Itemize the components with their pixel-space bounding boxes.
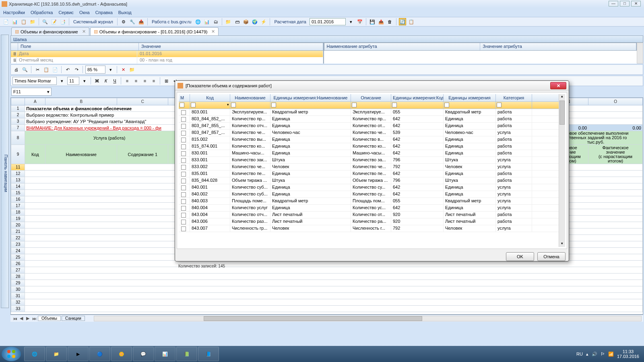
dialog-row[interactable]: 830.001Машино-часы... ЕдиницаМашино-часы… [179,150,559,157]
tool-icon[interactable]: 📤 [138,18,145,25]
dialog-row[interactable]: 803.001Эксплуатируем... Квадратный метрЭ… [179,109,559,116]
col-attr-val[interactable]: Значение атрибута [480,43,636,50]
tool-icon[interactable]: 📁 [29,18,36,25]
col-pole[interactable]: Поле [18,43,139,50]
taskbar-ie[interactable]: 🌐 [24,347,45,361]
tool-icon[interactable]: 📦 [242,18,250,25]
tool-icon[interactable]: 📋 [20,18,27,25]
tool-icon[interactable]: 📤 [378,18,385,25]
dropdown-icon[interactable]: ▾ [58,77,66,84]
grid-row[interactable]: ⊞ Дата 01.01.2016 [10,51,324,57]
menu-processing[interactable]: Обработка [31,10,53,15]
tool-icon[interactable]: 📝 [50,18,58,25]
dialog-row[interactable]: 803_847_857_...Количество че... Человеко… [179,130,559,136]
system-tray[interactable]: RU ▴ 🔊 🏳 📶 11:3317.03.2016 [576,349,642,359]
dialog-row[interactable]: 833.001Количество зак... ШтукаКоличество… [179,157,559,164]
dialog-row[interactable]: 840.003Площадь поме... Квадратный метрПл… [179,198,559,205]
tab-close-icon[interactable]: ✕ [211,29,215,34]
sheet-next-icon[interactable]: ▶ [25,316,31,321]
preview-icon[interactable]: 🔍 [21,66,29,73]
nav-panel[interactable]: Панель навигации [1,35,9,308]
vscroll[interactable] [637,43,643,64]
taskbar-explorer[interactable]: 📁 [46,347,67,361]
maximize-button[interactable]: □ [620,1,630,6]
dialog-row[interactable]: 803_847_855_...Количество отч... Единица… [179,123,559,130]
align-left-icon[interactable]: ≡ [124,77,131,84]
tool-icon[interactable]: 📊 [11,18,19,25]
cancel-icon[interactable]: ✕ [120,66,127,73]
sheet-tab-volumes[interactable]: Объемы [38,316,61,321]
tool-icon[interactable]: ⚡ [260,18,267,25]
dialog-row[interactable]: 833.002Количество че... ЧеловекКоличеств… [179,164,559,171]
expand-icon[interactable]: ⊞ [11,51,17,57]
calendar-icon[interactable]: ▾ [347,18,355,25]
tool-icon[interactable]: 🔧 [129,18,136,25]
grid-row[interactable]: ⊞ Отчетный месяц 00 - план на год [10,57,324,64]
tool-icon[interactable]: 🗂 [212,18,219,25]
merge-icon[interactable]: ⊞ [163,77,170,84]
bold-icon[interactable]: Ж [93,77,101,84]
sysjournal-label[interactable]: Системный журнал [73,19,113,24]
dialog-row[interactable]: 843.006Количество раз... Лист печатныйКо… [179,218,559,225]
tool-icon[interactable]: 🌍 [251,18,258,25]
col-header[interactable]: Наименование [230,94,270,101]
align-center-icon[interactable]: ≡ [132,77,140,84]
taskbar-word[interactable]: 📘 [198,347,219,361]
cancel-button[interactable]: Отмена [537,252,566,261]
tool-icon[interactable]: 🗃 [233,18,241,25]
tray-flag-icon[interactable]: 🏳 [601,352,605,356]
zoom-input[interactable] [85,66,105,74]
dialog-close-button[interactable]: ✕ [550,82,566,89]
menu-settings[interactable]: Настройки [3,10,25,15]
copy-icon[interactable]: 📋 [43,66,50,73]
folder-icon[interactable]: 📁 [128,66,136,73]
lang-indicator[interactable]: RU [576,352,583,356]
tray-sound-icon[interactable]: 🔊 [592,352,597,357]
col-value[interactable]: Значение [139,43,323,50]
calcdate-input[interactable] [310,18,346,25]
menu-help[interactable]: Справка [95,10,113,15]
tool-icon[interactable]: 🔍 [41,18,49,25]
col-header[interactable]: М [179,94,190,101]
underline-icon[interactable]: Ч [111,77,118,84]
dialog-row[interactable]: 843.007Численность гр... ЧеловекЧисленно… [179,225,559,232]
dialog-row[interactable]: 835.001Количество пе... ЕдиницаКоличеств… [179,171,559,177]
tray-icon[interactable]: ▴ [586,352,588,357]
expand-icon[interactable]: ⊞ [11,57,17,64]
refresh-icon[interactable]: 🔄 [399,18,406,25]
tool-icon[interactable]: 📄 [2,18,10,25]
dialog-row[interactable]: 840.004Количество услуг ЕдиницаКоличеств… [179,205,559,212]
minimize-button[interactable]: — [609,1,618,6]
busgov-label[interactable]: Работа с bus.gov.ru [152,19,191,24]
col-header[interactable]: Единицы измерения:Код [391,94,444,101]
font-select[interactable] [12,77,57,85]
menu-windows[interactable]: Окна [79,10,90,15]
tool-icon[interactable]: ⚙ [120,18,127,25]
dialog-row[interactable]: 840.002Количество суб... ЕдиницаКоличест… [179,191,559,198]
dialog-row[interactable]: 815_874.001Количество ко... ЕдиницаКолич… [179,143,559,150]
print-icon[interactable]: 🖨 [12,66,20,73]
fontsize-input[interactable] [67,77,79,85]
dialog-row[interactable]: 843.004Количество отч... Лист печатныйКо… [179,212,559,218]
dialog-row[interactable]: 803_844_852_...Количество пр... ЕдиницаК… [179,116,559,123]
tab-volumes-2[interactable]: ▧ Объемы и финансирование - [01.01.2016]… [90,27,219,35]
taskbar-chat[interactable]: 💬 [133,347,154,361]
tab-volumes-1[interactable]: ▧ Объемы и финансирование ✕ [11,27,89,35]
col-header[interactable]: Единицы измерения:Наименование [270,94,351,101]
ok-button[interactable]: OK [506,252,534,261]
tool-icon[interactable]: 🌐 [194,18,202,25]
align-right-icon[interactable]: ≡ [141,77,149,84]
dialog-row[interactable]: 835_844.028Объем тиража ... ШтукаОбъем т… [179,177,559,184]
col-header[interactable]: Категория [496,94,532,101]
col-header[interactable]: Описание [351,94,391,101]
dialog-vscroll[interactable]: ▴ ▾ [559,94,565,247]
tool-icon[interactable]: 📑 [59,18,66,25]
col-attr-name[interactable]: Наименование атрибута [324,43,481,50]
tray-network-icon[interactable]: 📶 [608,352,614,357]
close-button[interactable]: ✕ [631,1,641,6]
tool-icon[interactable]: 📅 [356,18,363,25]
menu-exit[interactable]: Выход [118,10,132,15]
tool-icon[interactable]: 📋 [408,18,415,25]
sheet-prev-icon[interactable]: ◀ [19,316,24,321]
hscrollbar[interactable] [94,316,642,321]
